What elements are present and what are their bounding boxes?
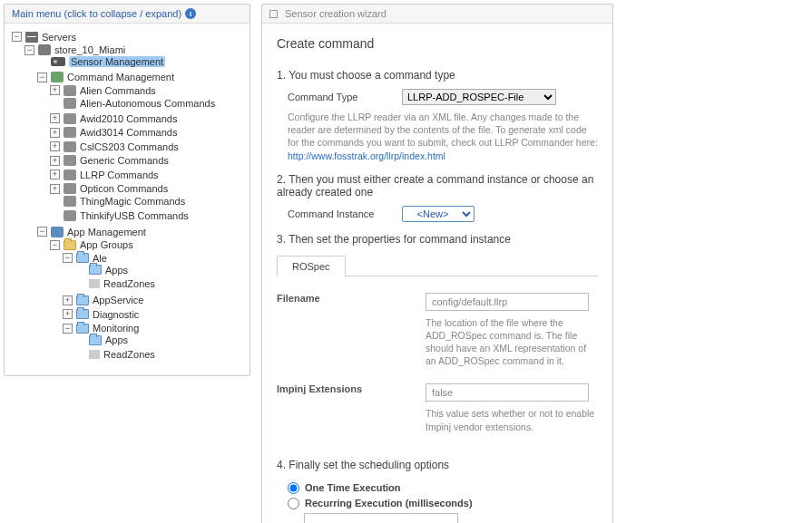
tab-rospec[interactable]: ROSpec: [277, 256, 346, 276]
cmd-icon: [64, 85, 76, 96]
nav-tree: − Servers − store_10_Miami: [5, 24, 249, 375]
tree-node-monitoring[interactable]: − Monitoring: [61, 323, 141, 334]
wizard-header-title: Sensor creation wizard: [285, 8, 386, 19]
tree-node-cmd[interactable]: +Opticon Commands: [48, 183, 170, 194]
folder-icon: [89, 265, 102, 275]
tree-label: Sensor Management: [69, 56, 165, 67]
step-2-heading: 2. Then you must either create a command…: [277, 173, 598, 199]
wizard-header: Sensor creation wizard: [262, 5, 612, 24]
command-type-select[interactable]: LLRP-ADD_ROSPEC-File: [402, 89, 556, 105]
command-type-help: Configure the LLRP reader via an XML fil…: [288, 111, 598, 162]
tree-node-cmd[interactable]: ThingMagic Commands: [48, 196, 187, 207]
command-instance-select[interactable]: <New>: [402, 206, 474, 222]
folder-icon: [76, 295, 89, 305]
tree-node-cmd[interactable]: +CslCS203 Commands: [48, 141, 181, 152]
tree-node-cmd[interactable]: +LLRP Commands: [48, 169, 161, 180]
collapse-icon[interactable]: −: [24, 45, 34, 55]
expand-icon[interactable]: +: [50, 169, 60, 179]
collapse-icon[interactable]: −: [37, 73, 47, 82]
spacer: [37, 57, 47, 67]
command-type-label: Command Type: [288, 92, 387, 102]
command-list: +Alien Commands Alien-Autonomous Command…: [35, 82, 244, 223]
tree-label: App Management: [67, 227, 146, 237]
impinj-input[interactable]: [426, 383, 589, 402]
collapse-icon[interactable]: −: [37, 227, 47, 237]
step-3-heading: 3. Then set the properties for command i…: [277, 233, 598, 246]
tree-node-store[interactable]: − store_10_Miami: [23, 44, 127, 55]
impinj-desc: This value sets whether or not to enable…: [426, 407, 598, 432]
expand-icon[interactable]: +: [50, 128, 60, 138]
collapse-icon[interactable]: −: [63, 324, 73, 334]
filename-desc: The location of the file where the ADD_R…: [426, 316, 598, 368]
tree-label: Command Management: [67, 72, 174, 82]
server-icon: [25, 32, 38, 43]
expand-icon[interactable]: +: [50, 156, 60, 166]
app-mgmt-icon: [51, 227, 64, 237]
tree-node-app-groups[interactable]: − App Groups: [48, 239, 135, 250]
properties-tabbar: ROSpec: [277, 255, 598, 276]
cmd-icon: [64, 169, 76, 180]
main-menu-title: Main menu (click to collapse / expand): [12, 8, 181, 19]
expand-icon[interactable]: +: [63, 295, 73, 305]
readzone-icon: [89, 350, 100, 359]
expand-icon[interactable]: +: [50, 184, 60, 194]
sensor-icon: [51, 57, 65, 66]
collapse-icon[interactable]: −: [50, 240, 60, 250]
expand-icon[interactable]: +: [63, 309, 73, 319]
tree-node-servers[interactable]: − Servers: [10, 32, 78, 43]
folder-icon: [64, 240, 76, 250]
main-menu-header[interactable]: Main menu (click to collapse / expand) i: [5, 5, 249, 24]
sched-one-time-option[interactable]: One Time Execution: [288, 480, 598, 496]
sched-recurring-ms-input[interactable]: [304, 513, 458, 523]
tree-node-appservice[interactable]: +AppService: [61, 295, 145, 305]
tree-node-readzones[interactable]: ReadZones: [73, 349, 157, 360]
tree-node-apps[interactable]: Apps: [73, 334, 130, 345]
sched-one-time-radio[interactable]: [288, 482, 299, 494]
tree-node-cmd[interactable]: +Awid3014 Commands: [48, 127, 179, 138]
tree-node-ale[interactable]: − Ale: [61, 253, 109, 264]
expand-icon[interactable]: +: [50, 113, 60, 123]
main-menu-panel: Main menu (click to collapse / expand) i…: [4, 4, 250, 376]
tree-node-app-management[interactable]: − App Management: [35, 227, 148, 237]
collapse-icon[interactable]: −: [63, 253, 73, 263]
wizard-title: Create command: [277, 27, 598, 58]
llrp-commander-link[interactable]: http://www.fosstrak.org/llrp/index.html: [288, 150, 445, 161]
command-mgmt-icon: [51, 72, 64, 82]
tree-node-apps[interactable]: Apps: [73, 265, 130, 276]
cmd-icon: [64, 196, 76, 207]
collapse-icon[interactable]: −: [12, 32, 22, 42]
expand-icon[interactable]: +: [50, 85, 60, 95]
sensor-creation-wizard: Sensor creation wizard Create command 1.…: [261, 4, 613, 523]
command-instance-label: Command Instance: [288, 208, 387, 219]
step-1-heading: 1. You must choose a command type: [277, 69, 598, 82]
folder-icon: [76, 324, 89, 334]
impinj-label: Impinj Extensions: [277, 383, 426, 394]
tree-node-cmd[interactable]: +Alien Commands: [48, 85, 158, 96]
tree-node-cmd[interactable]: ThinkifyUSB Commands: [48, 210, 191, 221]
cmd-icon: [64, 127, 76, 138]
info-icon[interactable]: i: [185, 8, 196, 19]
tree-node-diagnostic[interactable]: +Diagnostic: [61, 309, 141, 320]
tree-node-sensor-management[interactable]: Sensor Management: [35, 56, 167, 67]
filename-label: Filename: [277, 293, 426, 304]
folder-icon: [76, 309, 89, 319]
readzone-icon: [89, 279, 100, 288]
filename-input[interactable]: [426, 293, 589, 311]
tree-node-cmd[interactable]: Alien-Autonomous Commands: [48, 98, 217, 109]
sched-recurring-option[interactable]: Recurring Execution (milliseconds): [288, 496, 598, 511]
cmd-icon: [64, 183, 76, 194]
tree-node-command-management[interactable]: − Command Management: [35, 72, 176, 82]
tree-node-cmd[interactable]: +Generic Commands: [48, 155, 171, 166]
wizard-glyph-icon: [269, 10, 278, 18]
tree-label: Servers: [42, 32, 76, 43]
folder-icon: [89, 335, 102, 345]
sched-recurring-radio[interactable]: [288, 498, 299, 509]
cmd-icon: [64, 113, 76, 124]
tree-label: store_10_Miami: [54, 44, 125, 55]
tree-node-cmd[interactable]: +Awid2010 Commands: [48, 113, 179, 124]
step-4-heading: 4. Finally set the scheduling options: [277, 459, 598, 471]
tree-node-readzones[interactable]: ReadZones: [73, 278, 157, 289]
expand-icon[interactable]: +: [50, 141, 60, 151]
cmd-icon: [64, 210, 76, 221]
store-icon: [38, 44, 51, 55]
